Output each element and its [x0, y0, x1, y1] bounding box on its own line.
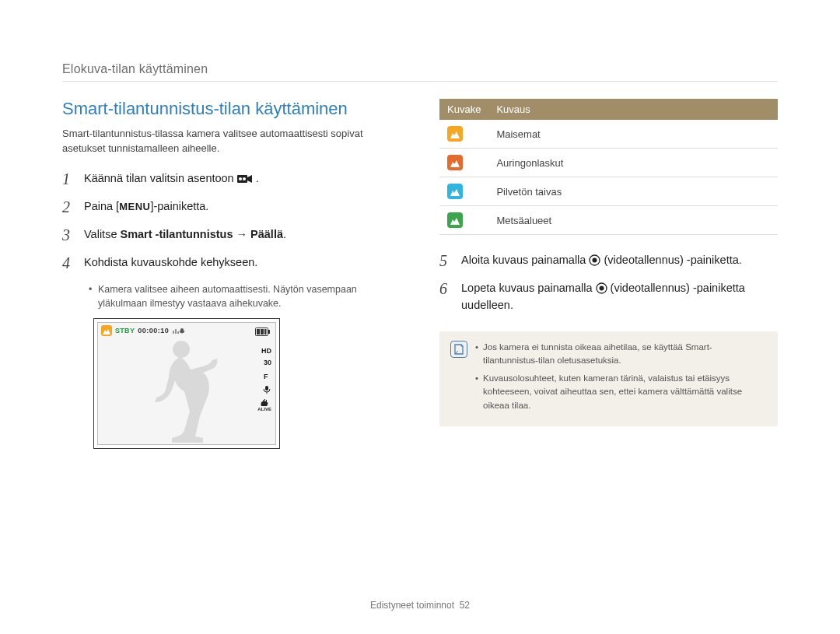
lcd-fps-icon: 30F	[264, 359, 271, 380]
scene-label: Metsäalueet	[488, 206, 778, 235]
record-button-icon	[589, 254, 600, 266]
svg-rect-5	[257, 329, 260, 335]
th-desc: Kuvaus	[488, 99, 778, 120]
svg-rect-9	[265, 386, 268, 391]
scene-label: Maisemat	[488, 120, 778, 149]
scene-icon	[447, 212, 463, 228]
svg-point-1	[239, 177, 242, 180]
svg-rect-3	[180, 328, 184, 333]
step-6: 6 Lopeta kuvaus painamalla (videotallenn…	[439, 280, 778, 314]
svg-point-14	[599, 286, 604, 291]
step-text-end: .	[256, 172, 259, 184]
step-bold: Smart -tilantunnistus → Päällä	[120, 228, 283, 240]
step-number: 2	[62, 198, 76, 215]
landscape-scene-icon	[101, 325, 112, 336]
hand-icon	[260, 399, 269, 407]
th-icon: Kuvake	[439, 99, 488, 120]
step-3: 3 Valitse Smart -tilantunnistus → Päällä…	[62, 226, 401, 243]
table-row: Metsäalueet	[439, 206, 778, 235]
mic-small-icon	[262, 385, 271, 394]
step-1: 1 Käännä tilan valitsin asentoon .	[62, 170, 401, 187]
svg-rect-0	[237, 175, 247, 183]
svg-rect-6	[261, 329, 264, 335]
table-row: Maisemat	[439, 120, 778, 149]
step-4: 4 Kohdista kuvauskohde kehykseen.	[62, 254, 401, 271]
note-icon	[450, 341, 467, 358]
step-text: Valitse	[84, 228, 120, 240]
step-2: 2 Paina [MENU]-painiketta.	[62, 198, 401, 215]
scene-label: Pilvetön taivas	[488, 177, 778, 206]
skater-figure-icon	[133, 335, 234, 444]
step-number: 5	[439, 252, 453, 269]
step-text-end: .	[283, 228, 286, 240]
note-bullet-2: Kuvausolosuhteet, kuten kameran tärinä, …	[475, 372, 767, 412]
svg-point-12	[593, 258, 597, 263]
step-text: Paina [	[84, 200, 119, 212]
scene-label: Auringonlaskut	[488, 149, 778, 177]
note-bullet-1: Jos kamera ei tunnista oikeaa aihetilaa,…	[475, 341, 767, 368]
step-text: Aloita kuvaus painamalla	[461, 254, 589, 266]
svg-rect-8	[268, 330, 270, 334]
mic-icon	[172, 327, 189, 335]
step-number: 3	[62, 226, 76, 243]
movie-mode-icon	[237, 173, 253, 184]
divider	[62, 81, 778, 82]
intro-text: Smart-tilantunnistus-tilassa kamera vali…	[62, 127, 401, 156]
step-4-sub: Kamera valitsee aiheen automaattisesti. …	[89, 282, 401, 310]
icon-table: Kuvake Kuvaus MaisematAuringonlaskutPilv…	[439, 99, 778, 235]
scene-icon	[447, 126, 463, 142]
record-button-icon	[596, 282, 607, 294]
lcd-alive: ALIVE	[257, 407, 271, 412]
step-number: 1	[62, 170, 76, 187]
table-row: Auringonlaskut	[439, 149, 778, 177]
running-head: Elokuva-tilan käyttäminen	[62, 62, 778, 76]
lcd-time: 00:00:10	[138, 327, 169, 335]
step-number: 4	[62, 254, 76, 271]
step-number: 6	[439, 280, 453, 314]
svg-rect-7	[264, 329, 267, 335]
left-column: Smart-tilantunnistus-tilan käyttäminen S…	[62, 99, 401, 584]
page-footer: Edistyneet toiminnot 52	[62, 584, 778, 611]
footer-page: 52	[460, 600, 470, 611]
menu-label: MENU	[119, 199, 150, 215]
step-text: Kohdista kuvauskohde kehykseen.	[84, 254, 401, 271]
step-text-end: (videotallennus) -painiketta.	[604, 254, 741, 266]
svg-point-10	[173, 341, 190, 358]
section-title: Smart-tilantunnistus-tilan käyttäminen	[62, 99, 401, 119]
scene-icon	[447, 184, 463, 199]
step-text-end: ]-painiketta.	[150, 200, 208, 212]
lcd-hd-icon: HD	[261, 348, 271, 355]
step-5: 5 Aloita kuvaus painamalla (videotallenn…	[439, 252, 778, 269]
lcd-preview: STBY 00:00:10 HD 30F ALIVE	[93, 318, 280, 449]
footer-section: Edistyneet toiminnot	[370, 600, 454, 611]
step-text: Lopeta kuvaus painamalla	[461, 282, 596, 294]
step-text: Käännä tilan valitsin asentoon	[84, 172, 237, 184]
scene-icon	[447, 155, 463, 170]
battery-icon	[255, 328, 271, 336]
note-box: Jos kamera ei tunnista oikeaa aihetilaa,…	[439, 331, 778, 426]
table-row: Pilvetön taivas	[439, 177, 778, 206]
svg-point-2	[243, 177, 246, 180]
right-column: Kuvake Kuvaus MaisematAuringonlaskutPilv…	[439, 99, 778, 584]
lcd-stby: STBY	[115, 327, 135, 335]
